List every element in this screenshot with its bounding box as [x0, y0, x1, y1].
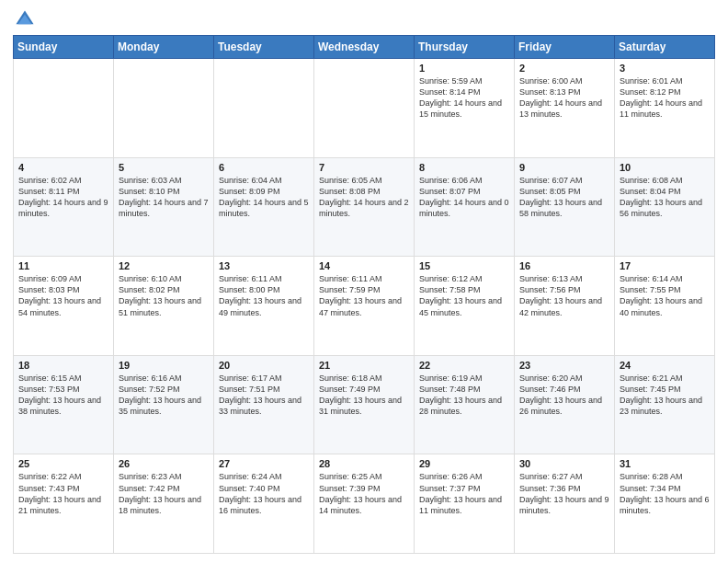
day-info: Sunrise: 6:11 AM Sunset: 7:59 PM Dayligh…	[319, 273, 409, 318]
day-info: Sunrise: 6:19 AM Sunset: 7:48 PM Dayligh…	[419, 373, 509, 418]
calendar-cell: 13Sunrise: 6:11 AM Sunset: 8:00 PM Dayli…	[214, 257, 314, 356]
day-number: 15	[419, 260, 509, 271]
calendar: SundayMondayTuesdayWednesdayThursdayFrid…	[13, 35, 715, 554]
calendar-cell: 14Sunrise: 6:11 AM Sunset: 7:59 PM Dayli…	[314, 257, 415, 356]
calendar-cell: 23Sunrise: 6:20 AM Sunset: 7:46 PM Dayli…	[515, 355, 615, 454]
day-info: Sunrise: 6:01 AM Sunset: 8:12 PM Dayligh…	[620, 75, 710, 121]
calendar-cell: 11Sunrise: 6:09 AM Sunset: 8:03 PM Dayli…	[14, 257, 114, 356]
week-row-3: 11Sunrise: 6:09 AM Sunset: 8:03 PM Dayli…	[14, 257, 715, 356]
day-header-sunday: Sunday	[14, 36, 114, 59]
day-info: Sunrise: 6:17 AM Sunset: 7:51 PM Dayligh…	[219, 373, 309, 418]
day-info: Sunrise: 6:02 AM Sunset: 8:11 PM Dayligh…	[18, 175, 108, 220]
day-info: Sunrise: 6:20 AM Sunset: 7:46 PM Dayligh…	[519, 373, 609, 418]
calendar-cell	[214, 59, 314, 158]
calendar-cell: 17Sunrise: 6:14 AM Sunset: 7:55 PM Dayli…	[615, 257, 715, 356]
calendar-header: SundayMondayTuesdayWednesdayThursdayFrid…	[14, 36, 715, 59]
day-info: Sunrise: 6:03 AM Sunset: 8:10 PM Dayligh…	[119, 175, 209, 220]
day-number: 22	[419, 360, 509, 371]
day-number: 5	[119, 162, 209, 173]
calendar-cell: 3Sunrise: 6:01 AM Sunset: 8:12 PM Daylig…	[615, 59, 715, 158]
day-header-thursday: Thursday	[415, 36, 515, 59]
day-info: Sunrise: 6:28 AM Sunset: 7:34 PM Dayligh…	[620, 471, 710, 516]
calendar-cell: 19Sunrise: 6:16 AM Sunset: 7:52 PM Dayli…	[114, 355, 214, 454]
day-info: Sunrise: 6:27 AM Sunset: 7:36 PM Dayligh…	[519, 471, 609, 516]
calendar-cell: 10Sunrise: 6:08 AM Sunset: 8:04 PM Dayli…	[615, 157, 715, 257]
week-row-2: 4Sunrise: 6:02 AM Sunset: 8:11 PM Daylig…	[14, 157, 715, 257]
day-number: 20	[219, 360, 309, 371]
day-number: 9	[519, 162, 609, 173]
calendar-cell: 8Sunrise: 6:06 AM Sunset: 8:07 PM Daylig…	[415, 157, 515, 257]
day-header-wednesday: Wednesday	[314, 36, 415, 59]
day-info: Sunrise: 6:18 AM Sunset: 7:49 PM Dayligh…	[319, 373, 409, 418]
calendar-cell: 1Sunrise: 5:59 AM Sunset: 8:14 PM Daylig…	[415, 59, 515, 158]
day-header-tuesday: Tuesday	[214, 36, 314, 59]
day-number: 31	[620, 458, 710, 469]
week-row-5: 25Sunrise: 6:22 AM Sunset: 7:43 PM Dayli…	[14, 454, 715, 554]
day-number: 17	[620, 260, 710, 271]
calendar-cell: 9Sunrise: 6:07 AM Sunset: 8:05 PM Daylig…	[515, 157, 615, 257]
calendar-cell: 29Sunrise: 6:26 AM Sunset: 7:37 PM Dayli…	[415, 454, 515, 554]
calendar-cell: 21Sunrise: 6:18 AM Sunset: 7:49 PM Dayli…	[314, 355, 415, 454]
day-number: 13	[219, 260, 309, 271]
day-number: 1	[419, 63, 509, 74]
day-number: 11	[18, 260, 108, 271]
calendar-cell: 5Sunrise: 6:03 AM Sunset: 8:10 PM Daylig…	[114, 157, 214, 257]
day-info: Sunrise: 6:21 AM Sunset: 7:45 PM Dayligh…	[620, 373, 710, 418]
week-row-4: 18Sunrise: 6:15 AM Sunset: 7:53 PM Dayli…	[14, 355, 715, 454]
day-info: Sunrise: 6:25 AM Sunset: 7:39 PM Dayligh…	[319, 471, 409, 516]
calendar-cell	[314, 59, 415, 158]
day-number: 25	[18, 458, 108, 469]
day-info: Sunrise: 6:26 AM Sunset: 7:37 PM Dayligh…	[419, 471, 509, 516]
day-info: Sunrise: 6:08 AM Sunset: 8:04 PM Dayligh…	[620, 175, 710, 220]
day-number: 23	[519, 360, 609, 371]
day-number: 8	[419, 162, 509, 173]
day-info: Sunrise: 5:59 AM Sunset: 8:14 PM Dayligh…	[419, 75, 509, 121]
calendar-cell: 16Sunrise: 6:13 AM Sunset: 7:56 PM Dayli…	[515, 257, 615, 356]
day-info: Sunrise: 6:09 AM Sunset: 8:03 PM Dayligh…	[18, 273, 108, 318]
day-info: Sunrise: 6:06 AM Sunset: 8:07 PM Dayligh…	[419, 175, 509, 220]
calendar-cell: 27Sunrise: 6:24 AM Sunset: 7:40 PM Dayli…	[214, 454, 314, 554]
calendar-cell: 30Sunrise: 6:27 AM Sunset: 7:36 PM Dayli…	[515, 454, 615, 554]
day-number: 21	[319, 360, 409, 371]
calendar-cell: 15Sunrise: 6:12 AM Sunset: 7:58 PM Dayli…	[415, 257, 515, 356]
day-number: 27	[219, 458, 309, 469]
day-number: 3	[620, 63, 710, 74]
day-info: Sunrise: 6:12 AM Sunset: 7:58 PM Dayligh…	[419, 273, 509, 318]
day-number: 10	[620, 162, 710, 173]
calendar-cell: 4Sunrise: 6:02 AM Sunset: 8:11 PM Daylig…	[14, 157, 114, 257]
day-number: 16	[519, 260, 609, 271]
day-header-monday: Monday	[114, 36, 214, 59]
day-number: 12	[119, 260, 209, 271]
day-number: 19	[119, 360, 209, 371]
day-info: Sunrise: 6:10 AM Sunset: 8:02 PM Dayligh…	[119, 273, 209, 318]
calendar-cell: 7Sunrise: 6:05 AM Sunset: 8:08 PM Daylig…	[314, 157, 415, 257]
day-info: Sunrise: 6:07 AM Sunset: 8:05 PM Dayligh…	[519, 175, 609, 220]
day-info: Sunrise: 6:23 AM Sunset: 7:42 PM Dayligh…	[119, 471, 209, 516]
day-info: Sunrise: 6:16 AM Sunset: 7:52 PM Dayligh…	[119, 373, 209, 418]
day-header-friday: Friday	[515, 36, 615, 59]
week-row-1: 1Sunrise: 5:59 AM Sunset: 8:14 PM Daylig…	[14, 59, 715, 158]
day-number: 7	[319, 162, 409, 173]
day-number: 18	[18, 360, 108, 371]
day-number: 14	[319, 260, 409, 271]
day-info: Sunrise: 6:04 AM Sunset: 8:09 PM Dayligh…	[219, 175, 309, 220]
calendar-cell: 24Sunrise: 6:21 AM Sunset: 7:45 PM Dayli…	[615, 355, 715, 454]
day-number: 24	[620, 360, 710, 371]
page: SundayMondayTuesdayWednesdayThursdayFrid…	[0, 0, 728, 563]
calendar-cell: 28Sunrise: 6:25 AM Sunset: 7:39 PM Dayli…	[314, 454, 415, 554]
day-number: 30	[519, 458, 609, 469]
calendar-cell: 25Sunrise: 6:22 AM Sunset: 7:43 PM Dayli…	[14, 454, 114, 554]
calendar-cell: 2Sunrise: 6:00 AM Sunset: 8:13 PM Daylig…	[515, 59, 615, 158]
day-info: Sunrise: 6:13 AM Sunset: 7:56 PM Dayligh…	[519, 273, 609, 318]
logo-icon	[15, 9, 35, 29]
day-info: Sunrise: 6:24 AM Sunset: 7:40 PM Dayligh…	[219, 471, 309, 516]
calendar-cell: 20Sunrise: 6:17 AM Sunset: 7:51 PM Dayli…	[214, 355, 314, 454]
day-info: Sunrise: 6:22 AM Sunset: 7:43 PM Dayligh…	[18, 471, 108, 516]
day-number: 28	[319, 458, 409, 469]
logo	[13, 9, 37, 29]
day-info: Sunrise: 6:11 AM Sunset: 8:00 PM Dayligh…	[219, 273, 309, 318]
day-info: Sunrise: 6:14 AM Sunset: 7:55 PM Dayligh…	[620, 273, 710, 318]
header	[13, 9, 715, 29]
day-header-row: SundayMondayTuesdayWednesdayThursdayFrid…	[14, 36, 715, 59]
calendar-cell: 18Sunrise: 6:15 AM Sunset: 7:53 PM Dayli…	[14, 355, 114, 454]
